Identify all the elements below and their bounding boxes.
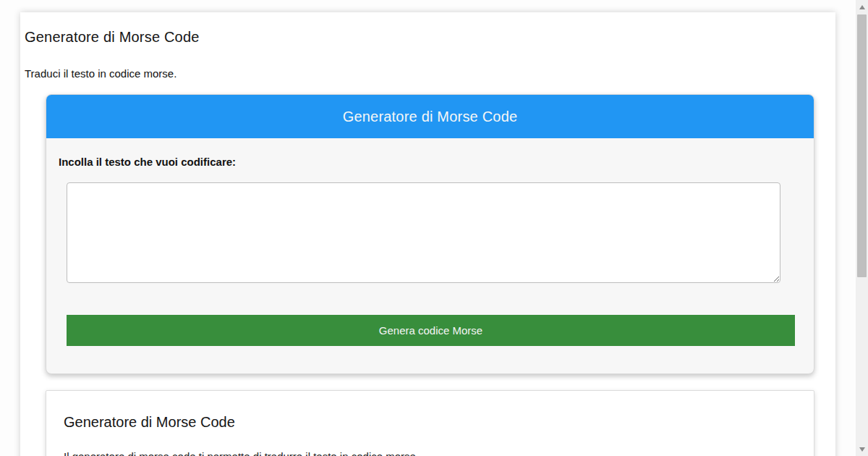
- scrollbar-thumb[interactable]: [857, 14, 867, 277]
- generate-morse-button[interactable]: Genera codice Morse: [67, 315, 795, 346]
- scrollbar-down-button[interactable]: [856, 443, 868, 455]
- generator-card-header: Generatore di Morse Code: [46, 95, 814, 138]
- generator-card-title: Generatore di Morse Code: [343, 109, 518, 125]
- arrow-up-icon: [859, 5, 865, 9]
- morse-generator-card: Generatore di Morse Code Incolla il test…: [46, 94, 814, 374]
- info-card-title: Generatore di Morse Code: [64, 414, 796, 431]
- main-content-sheet: Generatore di Morse Code Traduci il test…: [20, 12, 835, 456]
- info-card-paragraph: Il generatore di morse code ti permette …: [64, 449, 796, 456]
- vertical-scrollbar[interactable]: [856, 0, 868, 456]
- text-to-encode-textarea[interactable]: [67, 182, 780, 283]
- arrow-down-icon: [859, 447, 865, 452]
- page-title: Generatore di Morse Code: [25, 12, 835, 46]
- morse-info-card: Generatore di Morse Code Il generatore d…: [46, 390, 814, 456]
- text-input-label: Incolla il testo che vuoi codificare:: [59, 156, 814, 168]
- scrollbar-up-button[interactable]: [856, 1, 868, 13]
- page-subtitle: Traduci il testo in codice morse.: [25, 67, 835, 80]
- generator-card-body: Incolla il testo che vuoi codificare: Ge…: [46, 138, 814, 373]
